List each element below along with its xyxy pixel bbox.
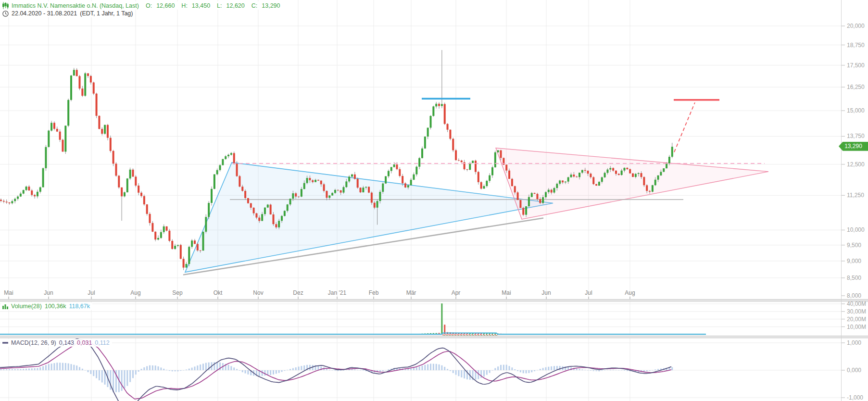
macd-histogram-bar	[450, 370, 451, 371]
macd-histogram-bar	[186, 370, 187, 370]
price-axis-label: 13,750	[847, 133, 865, 139]
pane-separator[interactable]	[0, 300, 868, 302]
candle-body	[160, 232, 162, 238]
instrument-legend[interactable]: Immatics N.V. Namensaktie o.N. (Nasdaq, …	[1, 1, 283, 10]
macd-histogram-bar	[646, 370, 648, 371]
pane-separator[interactable]	[0, 336, 868, 338]
candle-body	[79, 76, 81, 88]
candle-body	[517, 192, 519, 200]
candle-body	[377, 201, 378, 208]
macd-histogram-bar	[129, 370, 131, 382]
macd-axis-label: 0,000	[847, 367, 861, 374]
candle-body	[424, 137, 426, 149]
candle-body	[565, 182, 566, 183]
candle-body	[396, 164, 398, 169]
price-axis-label: 18,750	[847, 42, 865, 49]
x-axis-label: Dez	[293, 289, 303, 296]
macd-histogram-bar	[610, 370, 611, 370]
candle-body	[626, 168, 628, 169]
candle-body	[104, 125, 106, 134]
macd-histogram-bar	[28, 369, 30, 370]
candle-body	[606, 170, 608, 173]
macd-histogram-bar	[202, 363, 204, 370]
candle-body	[264, 208, 266, 214]
date-range-row: 22.04.2020 - 31.08.2021 (EDT, 1 Jahr, 1 …	[1, 10, 135, 17]
price-axis-label: 12,500	[847, 161, 865, 168]
macd-histogram-bar	[160, 367, 162, 370]
candle-body	[255, 213, 257, 218]
candle-body	[56, 129, 58, 132]
date-range: 22.04.2020 - 31.08.2021	[12, 10, 77, 17]
candle-body	[514, 186, 516, 192]
candle-body	[289, 199, 291, 204]
candle-body	[247, 198, 249, 203]
macd-histogram-bar	[346, 370, 347, 370]
candle-body	[511, 179, 513, 186]
macd-histogram-bar	[34, 368, 36, 370]
macd-histogram-bar	[284, 370, 285, 371]
macd-histogram-bar	[523, 370, 524, 373]
macd-histogram-bar	[20, 369, 21, 370]
volume-axis-label: 40,00M	[847, 301, 866, 307]
macd-histogram-bar	[230, 366, 232, 370]
macd-histogram-bar	[654, 369, 656, 370]
candle-body	[545, 192, 547, 198]
volume-legend[interactable]: Volume(28) 100,36k 118,67k	[1, 302, 92, 310]
candle-body	[278, 221, 280, 227]
x-axis-label: Feb	[369, 289, 379, 296]
candle-body	[331, 193, 333, 195]
candle-body	[149, 214, 151, 223]
candle-body	[129, 170, 131, 178]
volume-label: Volume(28)	[11, 303, 42, 310]
macd-histogram-bar	[422, 365, 423, 370]
candle-body	[522, 208, 524, 214]
price-axis-label: 8,500	[847, 275, 861, 281]
candle-body	[486, 181, 488, 186]
candle-body	[70, 75, 72, 100]
candle-body	[663, 168, 665, 172]
candle-body	[466, 169, 468, 170]
candle-body	[505, 164, 507, 170]
macd-legend[interactable]: MACD(12, 26, 9) 0,143 0,031 0,112	[1, 339, 112, 347]
x-axis-label: Nov	[253, 289, 263, 296]
candle-body	[115, 163, 117, 175]
macd-histogram-bar	[607, 370, 608, 370]
macd-histogram-bar	[494, 368, 496, 370]
candle-body	[415, 167, 417, 175]
volume-axis-label: 10,00M	[847, 324, 866, 330]
macd-histogram-bar	[483, 370, 485, 376]
chart-canvas[interactable]: 20,00018,75017,50016,25015,00013,75012,5…	[0, 0, 868, 401]
macd-histogram-bar	[3, 369, 4, 370]
candle-body	[410, 180, 412, 185]
candle-body	[166, 226, 168, 231]
macd-label: MACD(12, 26, 9)	[11, 339, 56, 346]
candle-body	[567, 177, 569, 182]
macd-histogram-bar	[169, 370, 170, 371]
macd-histogram-bar	[194, 366, 195, 370]
candle-body	[556, 184, 558, 188]
candle-body	[272, 214, 274, 224]
red-dashed-projection-line[interactable]	[674, 102, 695, 152]
candle-body	[81, 88, 83, 96]
candle-body	[23, 190, 25, 193]
candle-body	[118, 175, 120, 187]
candle-body	[362, 188, 364, 192]
macd-histogram-bar	[135, 370, 137, 375]
candle-body	[6, 201, 8, 202]
candle-body	[177, 245, 179, 246]
last-price-tag: 13,290	[839, 142, 868, 151]
candle-body	[45, 147, 47, 168]
macd-histogram-bar	[166, 370, 167, 370]
price-axis-label: 11,250	[847, 192, 864, 199]
pink-wedge-drawing[interactable]	[496, 148, 768, 219]
macd-histogram-bar	[247, 370, 249, 375]
high-label: H:	[181, 2, 188, 9]
candle-body	[447, 124, 449, 130]
x-axis-label: Okt	[214, 289, 223, 296]
macd-histogram-bar	[189, 369, 190, 370]
macd-histogram-bar	[509, 366, 510, 370]
candle-body	[107, 125, 109, 138]
macd-histogram-bar	[245, 370, 246, 373]
candle-body	[50, 123, 52, 130]
x-axis-label: Aug	[625, 289, 635, 296]
